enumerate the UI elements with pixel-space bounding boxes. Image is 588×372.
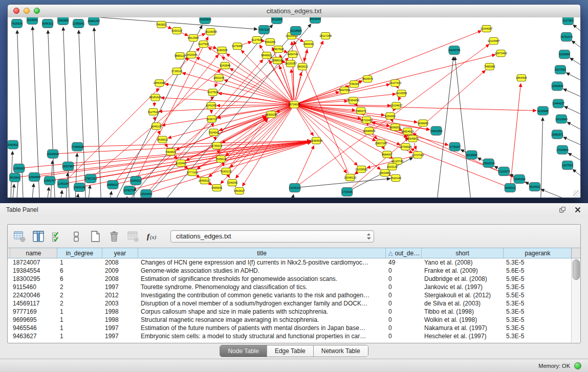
column-header-out_de[interactable]: △out_de…: [386, 248, 422, 258]
graph-node[interactable]: 9275465: [232, 43, 243, 50]
graph-node[interactable]: 7246345: [227, 179, 237, 186]
graph-node[interactable]: 18300295: [265, 111, 277, 118]
graph-node[interactable]: 8186328: [216, 47, 227, 54]
graph-node[interactable]: 9127518: [148, 108, 159, 115]
graph-node[interactable]: 9699695: [418, 120, 428, 126]
graph-node[interactable]: 1862612: [297, 63, 308, 70]
graph-node[interactable]: 12093832: [551, 82, 563, 91]
clear-row-selection-icon[interactable]: [70, 230, 83, 243]
graph-node[interactable]: 13505185: [73, 183, 85, 191]
graph-node[interactable]: 16046394: [513, 174, 526, 183]
graph-node[interactable]: 8439912: [157, 136, 168, 143]
vertical-scrollbar[interactable]: [571, 258, 580, 342]
graph-node[interactable]: 9115460: [176, 160, 186, 166]
graph-node[interactable]: 9160128: [171, 28, 182, 34]
graph-node[interactable]: 18117268: [319, 33, 332, 39]
graph-node[interactable]: 7924542: [208, 129, 219, 136]
graph-node[interactable]: 8912954: [188, 35, 199, 41]
table-columns-icon[interactable]: [32, 230, 45, 243]
graph-node[interactable]: 11568689: [28, 172, 40, 181]
graph-node[interactable]: 2803144: [213, 75, 224, 81]
graph-node[interactable]: 1145194: [58, 179, 69, 188]
close-panel-icon[interactable]: [574, 206, 582, 214]
graph-node[interactable]: 2718120: [171, 68, 182, 75]
graph-node[interactable]: 746266: [350, 81, 359, 87]
graph-node[interactable]: 16107420: [389, 80, 401, 86]
graph-node[interactable]: 3936712: [206, 116, 217, 122]
graph-node[interactable]: 1864409: [516, 75, 527, 81]
graph-node[interactable]: 9127508: [251, 37, 262, 43]
delete-table-icon[interactable]: [107, 230, 121, 243]
table-row[interactable]: 946362711997Embryonic stem cells: a mode…: [8, 332, 580, 340]
graph-node[interactable]: 4241265: [206, 102, 216, 109]
graph-node[interactable]: 9684067: [382, 151, 393, 158]
citation-network-graph[interactable]: 1872400718300295193845541654338218181615…: [8, 17, 580, 198]
graph-node[interactable]: 19756928: [399, 143, 411, 150]
minimize-button[interactable]: [24, 8, 30, 14]
graph-node[interactable]: 7357224: [258, 26, 269, 34]
graph-node[interactable]: 16957887: [62, 162, 74, 170]
graph-node[interactable]: 12442757: [43, 176, 56, 185]
table-row[interactable]: 977716911998Corpus callosum shape and si…: [8, 308, 580, 316]
graph-node[interactable]: 15807249: [375, 140, 387, 146]
graph-node[interactable]: 9246622: [130, 176, 141, 185]
memory-status-indicator[interactable]: [574, 362, 581, 369]
table-row[interactable]: 911546021997Tourette syndrome. Phenomeno…: [8, 283, 580, 291]
graph-node[interactable]: 9777169: [187, 169, 198, 176]
network-canvas[interactable]: 1872400718300295193845541654338218181615…: [8, 17, 580, 198]
graph-node[interactable]: 3824574: [362, 76, 373, 82]
new-table-icon[interactable]: [89, 230, 102, 243]
graph-node[interactable]: 12355061: [72, 19, 84, 28]
graph-node[interactable]: 15751074: [560, 33, 573, 41]
graph-node[interactable]: 1733426: [342, 187, 353, 196]
table-row[interactable]: 946554611997Estimation of the future num…: [8, 324, 580, 332]
select-all-rows-icon[interactable]: [51, 230, 64, 243]
graph-node[interactable]: 16210643: [555, 115, 568, 123]
graph-node[interactable]: 8153044: [310, 17, 321, 24]
table-row[interactable]: 969969511998Structural magnetic resonanc…: [8, 316, 580, 324]
graph-node[interactable]: 14136141: [289, 183, 301, 192]
graph-node[interactable]: 10239581: [355, 166, 367, 172]
graph-node[interactable]: 1864091: [303, 41, 314, 48]
graph-node[interactable]: 16053809: [199, 17, 211, 24]
graph-node[interactable]: 9619998: [466, 150, 477, 159]
graph-node[interactable]: 14569117: [199, 177, 211, 184]
graph-node[interactable]: 4127521: [207, 89, 218, 96]
graph-node[interactable]: 9154490: [385, 113, 396, 119]
scrollbar-thumb[interactable]: [573, 259, 580, 280]
column-header-in_degree[interactable]: in_degree: [57, 248, 102, 258]
graph-node[interactable]: 12215987: [488, 38, 500, 45]
graph-node[interactable]: 1133061: [27, 17, 38, 25]
graph-node[interactable]: 12444157: [552, 99, 564, 108]
column-header-year[interactable]: year: [102, 248, 138, 258]
graph-node[interactable]: 9046312: [42, 19, 53, 28]
tab-node-table[interactable]: Node Table: [220, 345, 267, 357]
graph-node[interactable]: 22420046: [185, 52, 198, 58]
graph-node[interactable]: 18220357: [285, 60, 297, 67]
graph-node[interactable]: 6739313: [211, 142, 222, 149]
function-builder-icon[interactable]: [145, 230, 159, 243]
graph-node[interactable]: 15886320: [271, 57, 284, 64]
graph-node[interactable]: 16403354: [430, 126, 442, 135]
graph-node[interactable]: 9465546: [211, 184, 222, 191]
graph-node[interactable]: 9242848: [220, 62, 230, 69]
graph-node[interactable]: 18181615: [149, 94, 161, 101]
graph-node[interactable]: 7815526: [12, 19, 23, 28]
close-button[interactable]: [13, 8, 19, 14]
graph-node[interactable]: 17359928: [71, 142, 83, 151]
graph-node[interactable]: 9160123: [221, 168, 231, 174]
graph-node[interactable]: 8096553: [390, 124, 401, 130]
graph-node[interactable]: 10973493: [495, 50, 507, 57]
graph-node[interactable]: 2060502: [8, 140, 18, 149]
graph-node[interactable]: 16782759: [123, 186, 135, 194]
column-header-name[interactable]: name: [10, 248, 57, 258]
graph-node[interactable]: 16543382: [154, 80, 166, 86]
table-row[interactable]: 1830029562008Estimation of significance …: [8, 275, 580, 283]
graph-node[interactable]: 1167533: [562, 161, 573, 169]
tab-edge-table[interactable]: Edge Table: [267, 345, 314, 357]
graph-node[interactable]: 1615132: [387, 163, 398, 170]
graph-node[interactable]: 8813054: [271, 17, 282, 24]
zoom-button[interactable]: [34, 8, 40, 14]
graph-node[interactable]: 9227343: [555, 65, 565, 74]
graph-node[interactable]: 15218506: [290, 27, 302, 35]
